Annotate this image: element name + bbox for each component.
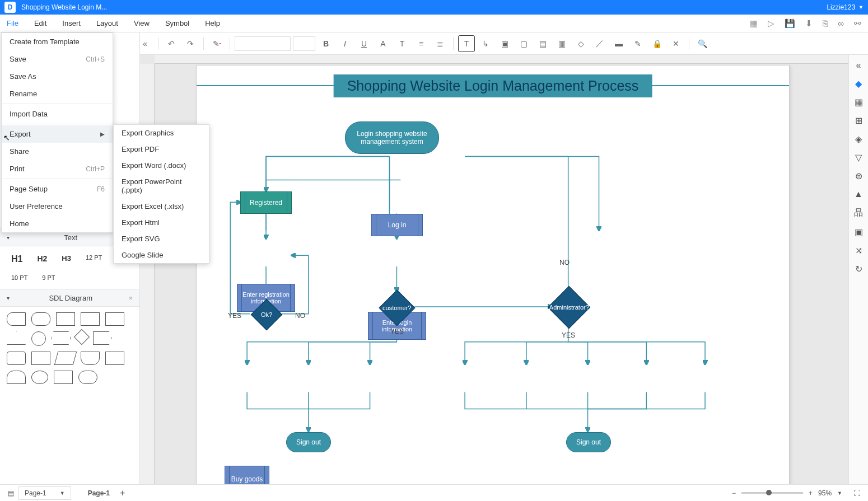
export-powerpoint[interactable]: Export PowerPoint (.pptx) <box>114 174 209 198</box>
canvas-area[interactable]: Shopping Website Login Management Proces… <box>140 55 848 484</box>
sdl-shape[interactable] <box>31 371 48 384</box>
export-html[interactable]: Export Html <box>114 214 209 231</box>
group-icon[interactable]: ▣ <box>496 35 513 52</box>
line-spacing-icon[interactable]: ≣ <box>432 35 449 52</box>
menu-rename[interactable]: Rename <box>2 85 113 102</box>
play-icon[interactable]: ▷ <box>768 18 774 29</box>
export-excel[interactable]: Export Excel (.xlsx) <box>114 198 209 214</box>
h3-style[interactable]: H3 <box>57 252 76 266</box>
text-format-icon[interactable]: T <box>394 35 410 52</box>
lock-icon[interactable]: 🔒 <box>648 35 665 52</box>
menu-import-data[interactable]: Import Data <box>2 105 113 123</box>
sdl-shape[interactable] <box>81 352 100 365</box>
sdl-shape[interactable] <box>52 331 71 345</box>
active-page-tab[interactable]: Page-1 <box>88 489 110 497</box>
node-login[interactable]: Log in <box>371 214 423 236</box>
size-combo[interactable] <box>293 36 315 51</box>
p9-style[interactable]: 9 PT <box>38 272 59 283</box>
export-pdf[interactable]: Export PDF <box>114 141 209 157</box>
page-list-icon[interactable]: ▤ <box>8 489 14 497</box>
diagram-title[interactable]: Shopping Website Login Management Proces… <box>334 74 652 97</box>
add-page-icon[interactable]: + <box>120 488 125 498</box>
present-icon[interactable]: ▦ <box>750 18 758 29</box>
sdl-shape[interactable] <box>54 352 77 365</box>
sdl-shape[interactable] <box>7 312 26 326</box>
zoom-value[interactable]: 95% <box>818 489 832 497</box>
bold-icon[interactable]: B <box>318 35 334 52</box>
collab-icon[interactable]: ⚯ <box>854 18 861 29</box>
panel-icon[interactable]: ▣ <box>855 227 863 237</box>
menu-save[interactable]: SaveCtrl+S <box>2 50 113 68</box>
format-painter-icon[interactable]: ✎• <box>208 35 225 52</box>
text-color-icon[interactable]: A <box>375 35 391 52</box>
sdl-shape[interactable] <box>105 352 124 365</box>
sdl-shape[interactable] <box>105 312 124 326</box>
user-name[interactable]: Lizzie123 <box>827 3 855 11</box>
export-svg[interactable]: Export SVG <box>114 231 209 247</box>
export-word[interactable]: Export Word (.docx) <box>114 157 209 174</box>
sdl-shape[interactable] <box>54 371 73 384</box>
menu-export[interactable]: Export▶ <box>2 125 113 143</box>
sdl-shape[interactable] <box>74 329 90 345</box>
zoom-in-icon[interactable]: + <box>809 489 813 497</box>
collapse-right-icon[interactable]: « <box>856 60 861 71</box>
h1-style[interactable]: H1 <box>7 252 27 266</box>
node-login-system[interactable]: Login shopping website management system <box>345 121 439 154</box>
sdl-shape[interactable] <box>31 312 50 326</box>
redo-icon[interactable]: ↷ <box>182 35 199 52</box>
shadow-icon[interactable]: ▬ <box>610 35 627 52</box>
export-google-slide[interactable]: Google Slide <box>114 247 209 263</box>
sdl-shape[interactable] <box>7 331 26 345</box>
fill-icon[interactable]: ◇ <box>572 35 589 52</box>
node-signout-2[interactable]: Sign out <box>566 432 611 452</box>
style-icon[interactable]: ◆ <box>855 78 862 89</box>
sdl-shape[interactable] <box>7 371 26 384</box>
search-icon[interactable]: 🔍 <box>694 35 711 52</box>
menu-share[interactable]: Share <box>2 143 113 160</box>
menu-layout[interactable]: Layout <box>96 19 118 27</box>
share-icon[interactable]: ∞ <box>838 18 844 29</box>
font-combo[interactable] <box>235 36 291 51</box>
sdl-shape[interactable] <box>78 371 97 384</box>
sdl-panel-header[interactable]: SDL Diagram× <box>0 289 139 307</box>
align-icon[interactable]: ≡ <box>413 35 430 52</box>
menu-edit[interactable]: Edit <box>34 19 46 27</box>
menu-save-as[interactable]: Save As <box>2 68 113 85</box>
menu-print[interactable]: PrintCtrl+P <box>2 160 113 177</box>
layers-icon[interactable]: ◈ <box>855 134 862 144</box>
node-admin[interactable]: Administrator? <box>548 286 590 329</box>
ungroup-icon[interactable]: ▢ <box>515 35 532 52</box>
p12-style[interactable]: 12 PT <box>81 252 106 266</box>
italic-icon[interactable]: I <box>337 35 353 52</box>
sdl-shape[interactable] <box>81 312 100 326</box>
undo-icon[interactable]: ↶ <box>163 35 180 52</box>
line-icon[interactable]: ／ <box>591 35 608 52</box>
menu-insert[interactable]: Insert <box>62 19 81 27</box>
text-tool-icon[interactable]: T <box>458 35 475 52</box>
menu-page-setup[interactable]: Page SetupF6 <box>2 180 113 198</box>
history-icon[interactable]: ↻ <box>855 264 862 274</box>
node-buy[interactable]: Buy goods <box>225 466 269 484</box>
node-signout-1[interactable]: Sign out <box>286 432 331 452</box>
fullscreen-icon[interactable]: ⛶ <box>853 489 860 497</box>
sdl-shape[interactable] <box>7 352 26 365</box>
shuffle-icon[interactable]: ⤨ <box>855 245 862 256</box>
user-dropdown-icon[interactable]: ▼ <box>858 4 864 10</box>
page-selector[interactable]: Page-1▼ <box>18 486 71 500</box>
export-graphics[interactable]: Export Graphics <box>114 125 209 141</box>
close-icon[interactable]: × <box>128 294 133 302</box>
menu-user-preference[interactable]: User Preference <box>2 198 113 215</box>
sdl-shape[interactable] <box>31 331 46 346</box>
layer-icon[interactable]: ▤ <box>534 35 551 52</box>
connector-icon[interactable]: ↳ <box>477 35 494 52</box>
external-icon[interactable]: ⎘ <box>823 18 828 29</box>
menu-help[interactable]: Help <box>205 19 220 27</box>
download-icon[interactable]: ⬇ <box>805 18 813 29</box>
sdl-shape[interactable] <box>93 331 112 345</box>
save-icon[interactable]: 💾 <box>785 18 795 29</box>
sdl-shape[interactable] <box>56 312 75 326</box>
tree-icon[interactable]: 品 <box>854 207 863 219</box>
comment-icon[interactable]: ▽ <box>855 152 862 163</box>
image-icon[interactable]: ▲ <box>854 189 863 199</box>
h2-style[interactable]: H2 <box>32 252 52 266</box>
